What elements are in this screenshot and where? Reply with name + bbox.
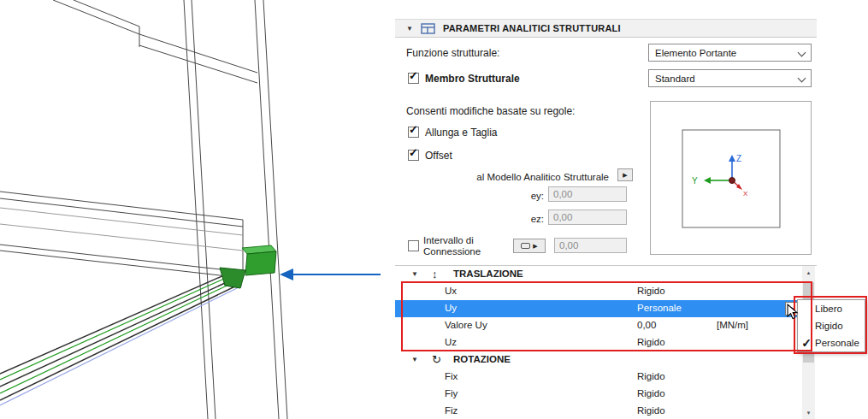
chevron-down-icon <box>798 74 806 83</box>
section-label: TRASLAZIONE <box>453 269 523 279</box>
section-rotazione[interactable]: ▼ ↻ ROTAZIONE <box>395 351 802 369</box>
arrow-right-icon: ▶ <box>790 305 794 312</box>
value-dropdown-menu: Libero Rigido ✓ Personale <box>797 299 865 352</box>
structural-parameters-icon <box>421 23 435 34</box>
check-icon: ✓ <box>409 147 418 158</box>
menu-item-label: Personale <box>815 338 859 348</box>
funzione-dropdown[interactable]: Elemento Portante <box>648 44 812 62</box>
funzione-value: Elemento Portante <box>655 48 736 58</box>
table-row-fiz[interactable]: Fiz Rigido <box>395 403 802 419</box>
panel-header[interactable]: ▼ PARAMETRI ANALITICI STRUTTURALI <box>395 19 817 38</box>
check-icon: ✓ <box>409 70 418 81</box>
row-value: Rigido <box>637 286 665 296</box>
offset-checkbox[interactable]: ✓ <box>408 150 419 161</box>
axes-diagram: Z Y X <box>651 102 811 254</box>
model-3d-viewport[interactable] <box>0 0 393 419</box>
menu-item-label: Libero <box>815 304 842 314</box>
intervallo-field: 0,00 <box>554 238 627 253</box>
check-icon: ✓ <box>409 124 418 135</box>
allunga-label: Allunga e Taglia <box>425 127 498 139</box>
menu-item-label: Rigido <box>815 321 843 331</box>
arrow-right-icon: ▶ <box>623 172 627 179</box>
rotation-icon: ↻ <box>432 353 441 366</box>
intervallo-label: Intervallo di Connessione <box>423 235 485 257</box>
check-icon: ✓ <box>798 334 815 351</box>
intervallo-checkbox[interactable] <box>408 240 419 251</box>
row-value: Rigido <box>637 337 665 347</box>
row-value: 0,00 <box>637 320 656 330</box>
table-row-fiy[interactable]: Fiy Rigido <box>395 386 802 403</box>
membro-dropdown[interactable]: Standard <box>648 69 812 87</box>
table-row-uy-selected[interactable]: Uy Personale ▶ <box>395 300 802 317</box>
row-unit: [MN/m] <box>717 320 748 330</box>
membro-label: Membro Strutturale <box>425 73 520 85</box>
origin-dot <box>729 178 735 184</box>
collapse-icon[interactable]: ▼ <box>406 25 413 32</box>
ey-label: ey: <box>518 190 544 202</box>
modello-label: al Modello Analitico Strutturale <box>462 171 609 183</box>
axis-x-label: X <box>743 190 748 198</box>
row-name: Fiz <box>445 405 458 416</box>
scroll-down-button[interactable]: ▼ <box>802 406 815 419</box>
ez-value: 0,00 <box>553 212 572 222</box>
row-value: Rigido <box>637 371 665 381</box>
connection-node <box>220 245 276 288</box>
table-row-valore-uy[interactable]: Valore Uy 0,00 [MN/m] <box>395 317 802 334</box>
modello-expand-button[interactable]: ▶ <box>617 168 633 181</box>
collapse-icon[interactable]: ▼ <box>411 270 418 278</box>
table-row-fix[interactable]: Fix Rigido <box>395 369 802 386</box>
membro-value: Standard <box>655 74 695 84</box>
row-value: Personale <box>637 303 682 313</box>
row-value: Rigido <box>637 405 665 416</box>
chevron-down-icon <box>798 49 806 57</box>
section-traslazione[interactable]: ▼ ↕ TRASLAZIONE <box>395 266 802 283</box>
wireframe-model <box>0 0 393 419</box>
profile-preview: Z Y X <box>650 101 812 255</box>
funzione-label: Funzione strutturale: <box>406 47 499 59</box>
ez-field: 0,00 <box>548 210 627 225</box>
scroll-up-button[interactable]: ▲ <box>802 266 815 279</box>
offset-label: Offset <box>425 150 452 162</box>
collapse-icon[interactable]: ▼ <box>411 356 418 363</box>
allunga-checkbox[interactable]: ✓ <box>408 127 419 138</box>
row-name: Fix <box>445 371 458 381</box>
row-name: Uz <box>445 337 457 347</box>
row-name: Valore Uy <box>445 320 487 330</box>
ey-field: 0,00 <box>548 186 627 202</box>
table-row-ux[interactable]: Ux Rigido <box>395 283 802 300</box>
row-name: Ux <box>445 286 457 296</box>
row-name: Fiy <box>445 388 458 398</box>
row-value: Rigido <box>637 388 665 398</box>
regole-label: Consenti modifiche basate su regole: <box>406 105 575 117</box>
range-icon <box>521 243 530 249</box>
table-row-uz[interactable]: Uz Rigido <box>395 334 802 351</box>
menu-item-rigido[interactable]: Rigido <box>798 317 865 334</box>
axis-y-label: Y <box>692 176 698 186</box>
arrow-right-icon: ▶ <box>533 243 537 250</box>
section-label: ROTAZIONE <box>453 354 511 364</box>
menu-item-libero[interactable]: Libero <box>798 300 865 317</box>
panel-title: PARAMETRI ANALITICI STRUTTURALI <box>443 23 621 33</box>
menu-item-personale[interactable]: ✓ Personale <box>798 334 865 351</box>
membro-checkbox[interactable]: ✓ <box>408 73 419 84</box>
translation-icon: ↕ <box>432 268 438 280</box>
row-name: Uy <box>445 303 457 313</box>
annotation-arrow <box>280 269 381 280</box>
ez-label: ez: <box>518 213 544 225</box>
ey-value: 0,00 <box>553 189 572 199</box>
axis-z-label: Z <box>736 154 741 163</box>
intervallo-type-button[interactable]: ▶ <box>513 239 546 253</box>
intervallo-value: 0,00 <box>559 240 578 251</box>
